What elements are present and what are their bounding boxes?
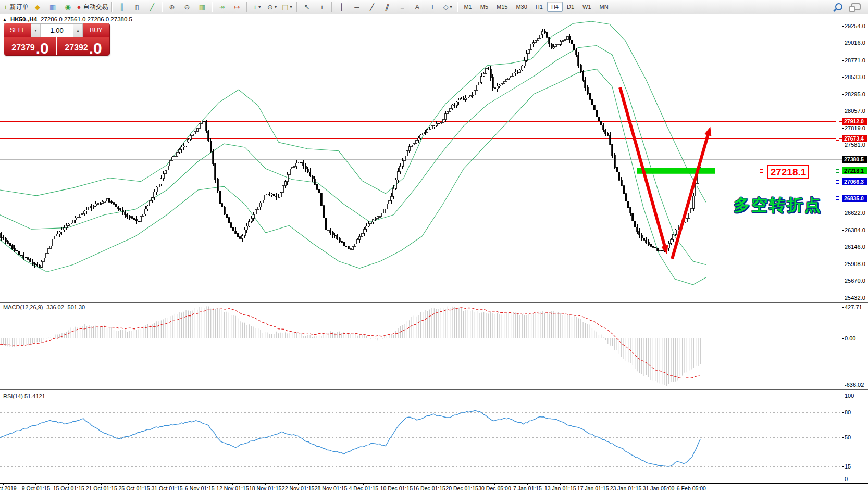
chart-window: 29254.029016.028771.028533.028295.028057… [0,14,868,493]
volume-value[interactable]: 1.00 [41,24,73,37]
timeframe-button-m1[interactable]: M1 [460,2,476,12]
sell-price-button[interactable]: 27379 .0 [4,37,56,55]
level-lines [0,121,842,466]
market-watch-icon-icon: ◆ [35,4,40,10]
templates-button[interactable]: ▤▾ [279,1,294,12]
text-button[interactable]: A [410,1,425,12]
rsi-name: RSI(14) [3,393,23,399]
data-window-icon-icon: ▦ [49,4,56,10]
auto-scroll-button[interactable]: ↠ [214,1,229,12]
one-click-trading-panel: SELL ▾ 1.00 ▴ BUY 27379 .0 27392 .0 [4,23,109,55]
vertical-line-button[interactable]: │ [334,1,349,12]
candlestick-chart-icon: ▯ [135,4,139,10]
symbol-period-label: HK50-,H4 [10,16,37,22]
timeframe-button-m30[interactable]: M30 [512,2,531,12]
timeframe-button-h1[interactable]: H1 [531,2,547,12]
data-window-icon-button[interactable]: ▦ [45,1,60,12]
macd-values: -336.02 -501.30 [44,304,85,310]
chart-shift-button[interactable]: ↦ [229,1,244,12]
candles [1,29,701,269]
navigator-icon-icon: ◉ [65,4,70,10]
chat-icon[interactable] [851,3,861,10]
timeframe-button-m5[interactable]: M5 [476,2,492,12]
toolbar-separator [331,2,332,12]
timeframe-button-d1[interactable]: D1 [563,2,578,12]
auto-trading-icon: ● [77,4,81,10]
chevron-down-icon: ▾ [275,5,277,9]
fibonacci-button[interactable]: ≡ [394,1,410,12]
sell-price-main: 27379 [11,44,35,52]
toolbar-separator [457,2,457,12]
ohlc-bars-button[interactable]: ║ [114,1,129,12]
trendline-icon: ╱ [370,4,374,10]
line-handle[interactable] [836,137,839,140]
main-toolbar: +新订单◆▦◉●自动交易║▯╱⊕⊖▦↠↦+▾⊙▾▤▾↖+│─╱∥≡AT◇▾M1M… [0,0,868,14]
callout-handle[interactable] [760,169,763,173]
ohlc-bars-icon: ║ [119,4,124,10]
sell-button[interactable]: SELL [4,23,31,37]
auto-trading-button-label: 自动交易 [83,3,108,11]
shapes-button[interactable]: ◇▾ [440,1,455,12]
fibonacci-icon: ≡ [400,4,404,10]
vertical-line-icon: │ [340,4,344,10]
buy-button[interactable]: BUY [83,23,109,37]
chevron-down-icon: ▾ [258,5,261,9]
horizontal-line-button[interactable]: ─ [349,1,364,12]
crosshair-icon: + [320,4,324,10]
volume-decrease-button[interactable]: ▾ [31,24,41,37]
chevron-down-icon: ▾ [450,5,452,9]
line-handle[interactable] [836,120,839,123]
volume-increase-button[interactable]: ▴ [73,24,83,37]
new-order-button-label: 新订单 [10,3,29,11]
macd-pane [0,306,700,386]
periods-button[interactable]: ⊙▾ [264,1,279,12]
search-icon[interactable] [835,3,842,10]
line-handle[interactable] [836,197,839,200]
rsi-pane [0,410,700,466]
timeframe-button-h4[interactable]: H4 [547,2,563,12]
new-order-button[interactable]: +新订单 [2,1,30,12]
crosshair-button[interactable]: + [314,1,329,12]
cursor-icon: ↖ [304,4,310,10]
auto-trading-button[interactable]: ●自动交易 [76,1,110,12]
zoom-out-button[interactable]: ⊖ [179,1,194,12]
rsi-value: 51.4121 [24,393,45,399]
chinese-annotation: 多空转折点 [734,194,822,216]
line-chart-icon: ╱ [150,4,154,10]
cursor-button[interactable]: ↖ [299,1,314,12]
red-arrow-down[interactable] [620,87,665,248]
timeframe-button-mn[interactable]: MN [596,2,613,12]
tile-windows-button[interactable]: ▦ [194,1,209,12]
price-callout-box[interactable]: 27218.1 [767,165,809,179]
channel-button[interactable]: ∥ [379,1,394,12]
line-chart-button[interactable]: ╱ [144,1,159,12]
zoom-in-button[interactable]: ⊕ [164,1,179,12]
text-icon: A [415,4,420,10]
shapes-icon: ◇ [443,4,448,10]
trendline-button[interactable]: ╱ [364,1,379,12]
rsi-indicator-label: RSI(14) 51.4121 [3,393,45,399]
collapse-arrow-icon[interactable]: ▲ [3,17,7,22]
channel-icon: ∥ [385,4,390,10]
line-handle[interactable] [836,169,839,172]
toolbar-right [832,3,866,10]
chart-canvas[interactable] [0,14,868,493]
volume-stepper: ▾ 1.00 ▴ [31,23,83,37]
timeframe-button-w1[interactable]: W1 [578,2,596,12]
label-button[interactable]: T [425,1,440,12]
sell-price-pips: .0 [36,42,49,55]
label-icon: T [430,4,435,10]
timeframe-button-m15[interactable]: M15 [492,2,512,12]
new-order-icon: + [4,4,8,10]
candlestick-chart-button[interactable]: ▯ [129,1,144,12]
indicators-button[interactable]: +▾ [249,1,264,12]
toolbar-separator [212,2,212,12]
buy-price-button[interactable]: 27392 .0 [57,37,109,55]
navigator-icon-button[interactable]: ◉ [60,1,76,12]
market-watch-icon-button[interactable]: ◆ [30,1,45,12]
line-handle[interactable] [836,180,839,183]
buy-price-main: 27392 [65,44,88,52]
highlight-bar[interactable] [637,168,715,174]
chart-shift-icon: ↦ [234,4,240,10]
red-arrow-up[interactable] [672,133,709,259]
